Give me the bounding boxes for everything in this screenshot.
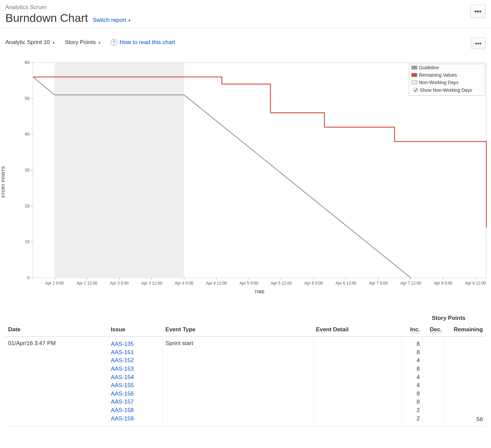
svg-text:40: 40	[25, 132, 30, 137]
issue-link[interactable]: AAS-156	[111, 390, 160, 398]
burndown-chart: 0102030405060Apr 2 0:00Apr 2 12:00Apr 3 …	[24, 59, 488, 305]
svg-text:Apr 2 12:00: Apr 2 12:00	[76, 281, 97, 286]
issue-link[interactable]: AAS-135	[111, 340, 160, 348]
svg-rect-50	[412, 81, 417, 84]
cell-remaining: 56	[445, 337, 486, 426]
svg-rect-52	[414, 88, 418, 92]
svg-text:Apr 3 0:00: Apr 3 0:00	[110, 281, 129, 286]
cell-event-type: Sprint start	[163, 337, 313, 426]
col-event-type: Event Type	[163, 323, 313, 337]
svg-rect-46	[412, 66, 417, 69]
switch-report-link[interactable]: Switch report ▾	[93, 17, 130, 24]
svg-text:20: 20	[25, 203, 30, 209]
chevron-down-icon: ▾	[53, 41, 55, 45]
chevron-down-icon: ▾	[128, 18, 130, 23]
chart-more-actions-button[interactable]: •••	[471, 38, 486, 49]
svg-text:Non-Working Days: Non-Working Days	[419, 80, 458, 85]
svg-text:Apr 4 12:00: Apr 4 12:00	[206, 281, 227, 286]
help-icon: ?	[111, 39, 117, 46]
story-points-group-header: Story Points	[5, 315, 486, 322]
issue-link[interactable]: AAS-157	[111, 398, 160, 406]
switch-report-label: Switch report	[93, 17, 126, 23]
header-divider	[0, 28, 491, 28]
svg-text:30: 30	[25, 167, 30, 173]
cell-dec	[423, 337, 445, 426]
svg-text:50: 50	[25, 96, 30, 101]
svg-text:Show Non-Working Days: Show Non-Working Days	[420, 87, 472, 93]
svg-text:Apr 8 12:00: Apr 8 12:00	[465, 281, 486, 286]
svg-text:Apr 7 0:00: Apr 7 0:00	[369, 281, 388, 286]
estimate-dropdown-label: Story Points	[65, 39, 96, 45]
col-date: Date	[5, 323, 108, 337]
svg-text:Apr 2 0:00: Apr 2 0:00	[45, 281, 64, 286]
svg-text:Apr 5 12:00: Apr 5 12:00	[271, 281, 292, 286]
issue-link[interactable]: AAS-151	[111, 348, 160, 357]
svg-text:0: 0	[27, 275, 30, 280]
svg-text:Apr 6 12:00: Apr 6 12:00	[336, 281, 356, 286]
events-table: Date Issue Event Type Event Detail Inc. …	[5, 323, 486, 426]
col-event-detail: Event Detail	[313, 323, 402, 337]
project-name: Analytics Scrum	[5, 4, 130, 11]
col-dec: Dec.	[423, 323, 445, 337]
issue-link[interactable]: AAS-159	[111, 415, 160, 423]
col-remaining: Remaining	[445, 323, 486, 337]
issue-link[interactable]: AAS-152	[111, 357, 160, 365]
page-title: Burndown Chart	[5, 11, 88, 25]
cell-date: 01/Apr/16 3:47 PM	[5, 337, 108, 426]
svg-rect-48	[412, 73, 417, 77]
col-inc: Inc.	[402, 323, 423, 337]
svg-text:Apr 6 0:00: Apr 6 0:00	[304, 281, 323, 286]
cell-issue: AAS-135AAS-151AAS-152AAS-153AAS-154AAS-1…	[108, 337, 163, 426]
how-to-read-link[interactable]: How to read this chart	[119, 39, 175, 46]
svg-text:Apr 7 12:00: Apr 7 12:00	[400, 281, 421, 286]
ellipsis-icon: •••	[474, 8, 481, 15]
chevron-down-icon: ▾	[99, 41, 101, 45]
chart-y-axis-label: STORY POINTS	[1, 166, 6, 198]
svg-text:Apr 8 0:00: Apr 8 0:00	[434, 281, 453, 286]
issue-link[interactable]: AAS-154	[111, 373, 160, 382]
cell-event-detail	[313, 337, 402, 426]
svg-text:10: 10	[25, 239, 30, 244]
svg-text:Apr 3 12:00: Apr 3 12:00	[141, 281, 162, 286]
svg-text:Apr 5 0:00: Apr 5 0:00	[239, 281, 258, 286]
issue-link[interactable]: AAS-153	[111, 365, 160, 373]
more-actions-button[interactable]: •••	[470, 5, 486, 18]
cell-inc: 8848448822	[402, 337, 423, 426]
svg-text:60: 60	[25, 60, 30, 65]
sprint-dropdown[interactable]: Analytic Sprint 10 ▾	[5, 39, 55, 46]
ellipsis-icon: •••	[475, 40, 482, 47]
svg-text:Remaining Values: Remaining Values	[419, 72, 457, 78]
issue-link[interactable]: AAS-158	[111, 406, 160, 415]
svg-text:Apr 4 0:00: Apr 4 0:00	[175, 281, 194, 286]
col-issue: Issue	[108, 323, 163, 337]
estimate-dropdown[interactable]: Story Points ▾	[65, 39, 101, 46]
svg-text:TIME: TIME	[255, 290, 265, 294]
sprint-dropdown-label: Analytic Sprint 10	[5, 39, 50, 45]
svg-text:Guideline: Guideline	[419, 65, 439, 70]
issue-link[interactable]: AAS-155	[111, 381, 160, 390]
table-row: 01/Apr/16 3:47 PMAAS-135AAS-151AAS-152AA…	[5, 337, 486, 426]
